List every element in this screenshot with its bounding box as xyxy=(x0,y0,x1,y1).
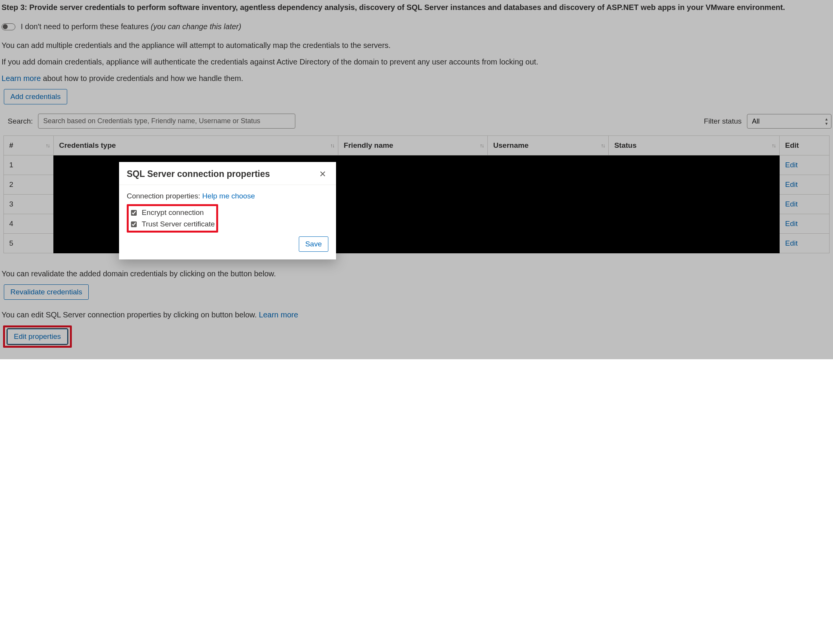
connection-properties-label: Connection properties: xyxy=(127,192,202,200)
encrypt-connection-row[interactable]: Encrypt connection xyxy=(129,207,215,218)
modal-header: SQL Server connection properties ✕ xyxy=(119,162,336,185)
help-me-choose-link[interactable]: Help me choose xyxy=(202,192,255,200)
modal-body: Connection properties: Help me choose En… xyxy=(119,185,336,234)
connection-properties-row: Connection properties: Help me choose xyxy=(127,192,328,200)
highlight-box-checkboxes: Encrypt connection Trust Server certific… xyxy=(127,204,218,233)
close-icon[interactable]: ✕ xyxy=(317,169,328,179)
trust-cert-row[interactable]: Trust Server certificate xyxy=(129,218,215,230)
modal-title: SQL Server connection properties xyxy=(127,169,270,179)
trust-cert-label: Trust Server certificate xyxy=(142,220,215,228)
modal-footer: Save xyxy=(119,234,336,259)
sql-connection-modal: SQL Server connection properties ✕ Conne… xyxy=(119,162,336,259)
save-button[interactable]: Save xyxy=(299,236,328,252)
encrypt-connection-label: Encrypt connection xyxy=(142,208,204,217)
trust-cert-checkbox[interactable] xyxy=(131,221,137,227)
encrypt-connection-checkbox[interactable] xyxy=(131,210,137,216)
